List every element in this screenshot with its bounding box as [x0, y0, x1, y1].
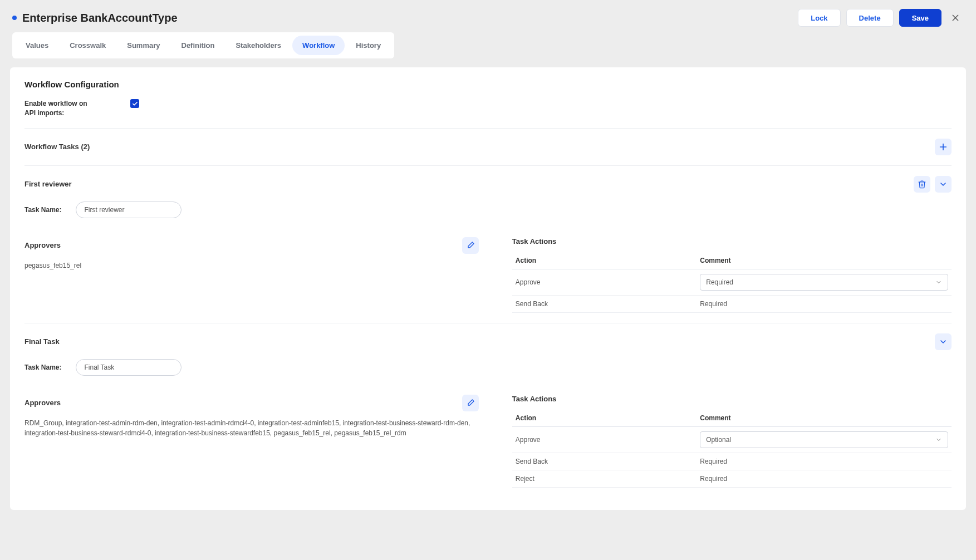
task-action-row: Send Back Required	[512, 295, 952, 312]
task-action-row: Send Back Required	[512, 453, 952, 470]
comment-value: Required	[700, 300, 727, 308]
task-name-label: Task Name:	[24, 206, 61, 214]
tab-strip: ValuesCrosswalkSummaryDefinitionStakehol…	[12, 32, 394, 58]
action-name: Approve	[512, 426, 697, 453]
tab-summary[interactable]: Summary	[117, 36, 170, 55]
tab-definition[interactable]: Definition	[171, 36, 225, 55]
collapse-task-button[interactable]	[935, 333, 952, 350]
comment-select[interactable]: Required	[700, 274, 948, 291]
tab-stakeholders[interactable]: Stakeholders	[225, 36, 291, 55]
tab-values[interactable]: Values	[16, 36, 58, 55]
divider	[24, 165, 952, 166]
task-actions-table: Action Comment Approve Optional Send Bac…	[512, 410, 952, 488]
approvers-list: RDM_Group, integration-test-admin-rdm-de…	[24, 418, 479, 438]
task-actions-heading: Task Actions	[512, 395, 556, 403]
section-title: Workflow Configuration	[24, 80, 952, 89]
page-title: Enterprise BankAccountType	[22, 12, 178, 24]
workflow-tasks-heading: Workflow Tasks (2)	[24, 143, 90, 151]
divider	[24, 323, 952, 323]
approvers-list: pegasus_feb15_rel	[24, 261, 479, 271]
edit-approvers-button[interactable]	[462, 237, 479, 254]
enable-workflow-checkbox[interactable]	[130, 99, 139, 108]
edit-approvers-button[interactable]	[462, 395, 479, 411]
task-name-input[interactable]	[76, 202, 182, 218]
approvers-heading: Approvers	[24, 399, 61, 407]
column-action: Action	[512, 410, 697, 427]
delete-task-button[interactable]	[914, 176, 930, 193]
task-name-input[interactable]	[76, 359, 182, 376]
add-task-button[interactable]	[935, 139, 952, 155]
comment-select[interactable]: Optional	[700, 431, 948, 448]
lock-button[interactable]: Lock	[798, 9, 840, 27]
approvers-heading: Approvers	[24, 241, 61, 249]
comment-value: Required	[700, 475, 727, 483]
task-name-label: Task Name:	[24, 363, 61, 371]
tab-history[interactable]: History	[346, 36, 391, 55]
action-name: Approve	[512, 269, 697, 295]
comment-value: Required	[700, 458, 727, 465]
unsaved-indicator	[12, 16, 17, 20]
column-action: Action	[512, 252, 697, 269]
tab-crosswalk[interactable]: Crosswalk	[60, 36, 116, 55]
task-title: First reviewer	[24, 180, 72, 188]
collapse-task-button[interactable]	[935, 176, 952, 193]
task-action-row: Approve Required	[512, 269, 952, 295]
delete-button[interactable]: Delete	[846, 9, 894, 27]
action-name: Send Back	[512, 295, 697, 312]
task-action-row: Approve Optional	[512, 426, 952, 453]
task-actions-table: Action Comment Approve Required Send Bac…	[512, 252, 952, 313]
task-actions-heading: Task Actions	[512, 237, 556, 245]
action-name: Reject	[512, 470, 697, 487]
enable-workflow-label: Enable workflow on API imports:	[24, 99, 97, 118]
column-comment: Comment	[697, 252, 952, 269]
column-comment: Comment	[697, 410, 952, 427]
tab-workflow[interactable]: Workflow	[292, 36, 345, 55]
action-name: Send Back	[512, 453, 697, 470]
save-button[interactable]: Save	[899, 9, 941, 27]
task-action-row: Reject Required	[512, 470, 952, 487]
divider	[24, 128, 952, 129]
close-icon[interactable]	[947, 9, 964, 26]
task-title: Final Task	[24, 337, 60, 346]
